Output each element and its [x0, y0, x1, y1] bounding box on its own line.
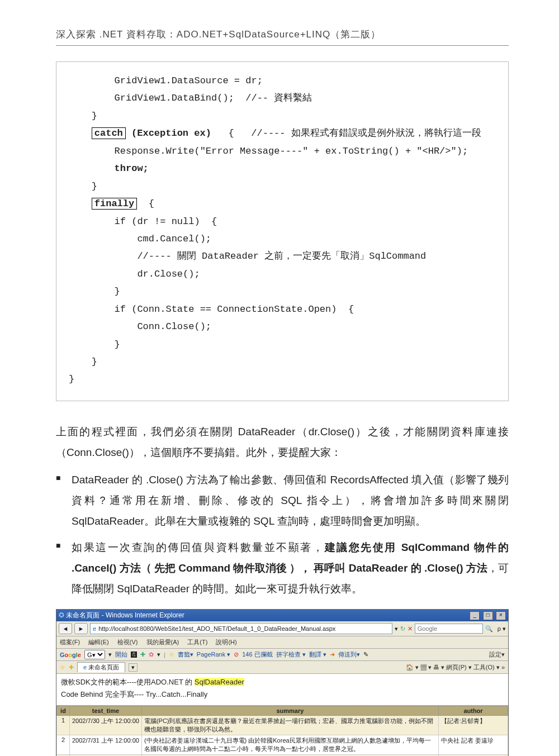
refresh-icon[interactable]: ↻: [400, 625, 405, 633]
content-line: 微軟SDK文件的範本----使用ADO.NET 的 SqlDataReader: [61, 677, 504, 687]
stop-icon[interactable]: ✕: [408, 625, 413, 633]
maximize-button[interactable]: □: [483, 611, 493, 620]
google-search-select[interactable]: G▾: [84, 650, 105, 659]
chevron-icon[interactable]: »: [501, 664, 505, 671]
code-line: }: [69, 374, 74, 384]
send-icon[interactable]: ➜: [330, 651, 335, 658]
table-header-row: id test_time summary author: [57, 706, 508, 716]
tab-strip: ☆ ✚ e 未命名頁面 ▾ 🏠 ▾ ▦ ▾ 🖶 ▾ 網頁(P) ▾ 工具(O) …: [56, 661, 508, 674]
code-line: }: [69, 181, 97, 192]
col-author[interactable]: author: [439, 706, 508, 716]
cell-id: 2: [57, 735, 70, 755]
text: 微軟SDK文件的範本----使用ADO.NET 的: [61, 678, 195, 686]
gb-dropdown[interactable]: ▾: [108, 651, 112, 658]
menu-view[interactable]: 檢視(V): [117, 639, 138, 645]
gb-icon[interactable]: ✚: [140, 651, 145, 658]
google-logo: Google: [60, 652, 81, 658]
col-summary[interactable]: summary: [141, 706, 438, 716]
book-title: 深入探索 .NET 資料存取：ADO.NET+SqlDataSource+LIN…: [56, 28, 509, 41]
bullet-list: DataReader 的 .Close() 方法為了輸出參數、傳回值和 Reco…: [56, 469, 509, 599]
menu-help[interactable]: 說明(H): [216, 639, 236, 645]
code-line: GridView1.DataBind(); //-- 資料繫結: [69, 93, 312, 103]
gb-sendto[interactable]: 傳送到▾: [338, 650, 360, 659]
tab-label: 未命名頁面: [88, 664, 119, 671]
gb-settings[interactable]: 設定▾: [489, 650, 505, 659]
col-test-time[interactable]: test_time: [70, 706, 142, 716]
menu-bar: 檔案(F) 編輯(E) 檢視(V) 我的最愛(A) 工具(T) 說明(H): [56, 636, 508, 649]
cell-author: 【記者:呂郁青】: [439, 716, 508, 735]
table-row[interactable]: 12002/7/30 上午 12:00:00電腦(PC)到底應該在書房還是客廳？…: [57, 716, 508, 735]
titlebar[interactable]: ✪ 未命名頁面 - Windows Internet Explorer _ □ …: [56, 610, 508, 621]
code-line: [69, 128, 92, 139]
highlight: SqlDataReader: [195, 678, 244, 686]
url-text: http://localhost:8080/WebSite1/test_ADO_…: [98, 625, 335, 632]
tab-dropdown[interactable]: ▾: [129, 663, 138, 672]
gb-start[interactable]: 開始: [115, 650, 127, 659]
content-line: Code Behind 完全手寫---- Try...Catch...Final…: [61, 690, 504, 700]
menu-favorites[interactable]: 我的最愛(A): [146, 639, 179, 645]
bullet-text: 如果這一次查詢的傳回值與資料數量並不顯著，: [72, 541, 325, 553]
ie-icon: ✪: [59, 611, 64, 619]
gb-blocked[interactable]: 146 已攔截: [242, 650, 272, 659]
menu-edit[interactable]: 編輯(E): [88, 639, 109, 645]
code-bold: (Exception ex): [126, 128, 211, 139]
code-bold: throw;: [69, 163, 149, 174]
menu-tools[interactable]: 工具(T): [187, 639, 207, 645]
cell-time: 2002/7/31 上午 12:00:00: [70, 735, 142, 755]
gb-spellcheck[interactable]: 拼字檢查 ▾: [276, 650, 306, 659]
favorites-star-icon[interactable]: ☆: [60, 664, 65, 671]
cell-summary: (中央社記者姜遠珍漢城二十九日專電) 由於韓國Korea民眾利用國際互聯網上網的…: [141, 735, 438, 755]
blocked-icon[interactable]: ⊘: [234, 651, 239, 658]
gb-bookmarks[interactable]: 書籤▾: [178, 650, 193, 659]
forward-button[interactable]: ►: [74, 623, 88, 634]
gb-icon[interactable]: ✎: [363, 651, 368, 658]
code-block: GridView1.DataSource = dr; GridView1.Dat…: [56, 61, 509, 401]
col-id[interactable]: id: [57, 706, 70, 716]
code-line: }: [69, 111, 97, 121]
title-text: 未命名頁面 - Windows Internet Explorer: [66, 611, 184, 619]
gb-pagerank[interactable]: PageRank ▾: [197, 651, 230, 658]
cell-id: 1: [57, 716, 70, 735]
code-line: { //---- 如果程式有錯誤或是例外狀況，將執行這一段: [211, 128, 481, 139]
gb-more[interactable]: ▾: [157, 651, 160, 658]
star-icon[interactable]: ☆: [169, 651, 174, 658]
window-buttons: _ □ ×: [468, 611, 506, 620]
gb-icon[interactable]: ✿: [149, 651, 154, 658]
keyword-finally: finally: [92, 198, 137, 210]
gb-icon[interactable]: 🅶: [131, 652, 137, 658]
minimize-button[interactable]: _: [470, 611, 480, 620]
search-icon[interactable]: 🔍: [485, 625, 493, 633]
cell-time: 2002/7/30 上午 12:00:00: [70, 716, 142, 735]
gb-translate[interactable]: 翻譯 ▾: [309, 650, 326, 659]
code-line: }: [69, 339, 120, 350]
code-line: if (dr != null) {: [69, 216, 217, 227]
code-line: Conn.Close();: [69, 321, 211, 332]
code-line: }: [69, 356, 97, 367]
close-button[interactable]: ×: [496, 611, 506, 620]
code-line: cmd.Cancel();: [69, 234, 211, 244]
home-icon[interactable]: 🏠 ▾: [406, 664, 419, 671]
menu-file[interactable]: 檔案(F): [60, 639, 80, 645]
search-scope[interactable]: ρ ▾: [498, 625, 506, 633]
cell-summary: 電腦(PC)到底應該在書房還是客廳？最近在業界掀起一場行銷戰；宏碁、國眾力推電腦…: [141, 716, 438, 735]
print-icon[interactable]: 🖶 ▾: [433, 664, 444, 671]
window-title: ✪ 未命名頁面 - Windows Internet Explorer: [59, 611, 184, 620]
data-grid: id test_time summary author 12002/7/30 上…: [56, 706, 508, 756]
browser-tab[interactable]: e 未命名頁面: [77, 662, 125, 672]
back-button[interactable]: ◄: [59, 623, 72, 634]
page-menu[interactable]: 網頁(P) ▾ 工具(O) ▾: [446, 664, 500, 671]
header-rule: [56, 45, 509, 46]
keyword-catch: catch: [92, 127, 126, 139]
address-bar[interactable]: e http://localhost:8080/WebSite1/test_AD…: [90, 623, 392, 634]
add-favorite-icon[interactable]: ✚: [69, 664, 74, 671]
search-input[interactable]: [415, 624, 483, 634]
code-line: {: [137, 198, 154, 209]
dropdown-icon[interactable]: ▾: [395, 625, 398, 633]
browser-window: ✪ 未命名頁面 - Windows Internet Explorer _ □ …: [56, 609, 509, 756]
feed-icon[interactable]: ▦ ▾: [420, 664, 432, 671]
code-line: GridView1.DataSource = dr;: [69, 75, 263, 86]
paragraph: 上面的程式裡面，我們必須在關閉 DataReader（dr.Close()）之後…: [56, 421, 509, 463]
code-line: }: [69, 286, 120, 297]
tab-tools: 🏠 ▾ ▦ ▾ 🖶 ▾ 網頁(P) ▾ 工具(O) ▾ »: [406, 663, 505, 672]
table-row[interactable]: 22002/7/31 上午 12:00:00(中央社記者姜遠珍漢城二十九日專電)…: [57, 735, 508, 755]
